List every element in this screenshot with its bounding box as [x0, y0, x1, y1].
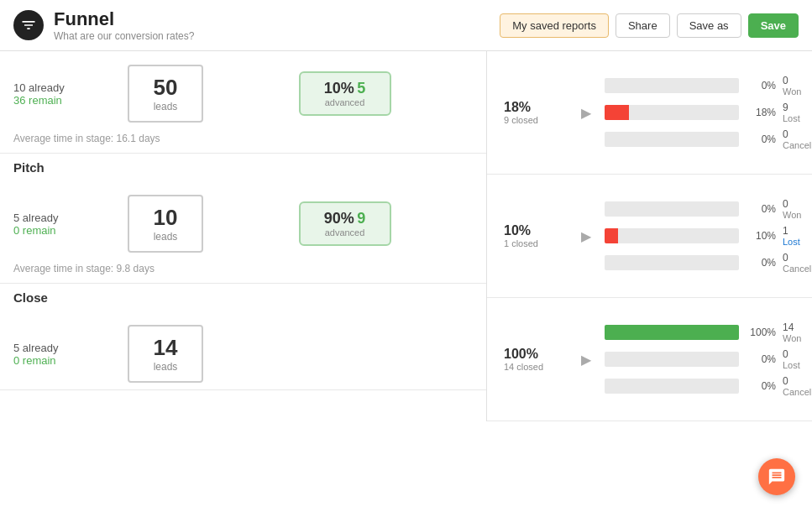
bar-track-0-cancelled — [605, 132, 739, 147]
stage-remain-0: 36 remain — [13, 94, 114, 107]
right-stage-inner-pitch: 10% 1 closed ▶ 0% 0Won — [504, 198, 795, 274]
right-stage-pitch: 10% 1 closed ▶ 0% 0Won — [487, 175, 812, 298]
stage-info-pitch: 5 already 0 remain — [13, 212, 114, 237]
stage-content-pitch: 5 already 0 remain 10 leads 90% 9 advanc… — [0, 181, 486, 259]
closed-sub-close: 14 closed — [504, 362, 571, 372]
arrow-block-0: 10% 5 advanced — [217, 71, 473, 116]
bar-pct-pitch-won: 0% — [746, 203, 776, 215]
closed-info-pitch: 10% 1 closed — [504, 223, 571, 248]
bar-track-0-won — [605, 78, 739, 93]
advance-badge-pitch: 90% 9 advanced — [299, 201, 391, 246]
advance-badge-0: 10% 5 advanced — [299, 71, 391, 116]
advance-label-0: advanced — [312, 97, 378, 107]
bar-count-close-lost: 0Lost — [783, 348, 812, 370]
bar-count-0-won: 0Won — [783, 75, 812, 97]
leads-box-0: 50 leads — [128, 65, 203, 123]
share-button[interactable]: Share — [616, 13, 670, 38]
stage-name-pitch: Pitch — [0, 154, 486, 181]
bar-pct-pitch-lost: 10% — [746, 230, 776, 242]
stage-block-close: Close 5 already 0 remain 14 leads — [0, 284, 486, 390]
bar-fill-0-lost — [605, 105, 629, 120]
bar-pct-pitch-cancelled: 0% — [746, 257, 776, 269]
leads-box-pitch: 10 leads — [128, 195, 203, 253]
leads-box-close: 14 leads — [128, 325, 203, 383]
leads-count-pitch: 10 — [146, 205, 185, 231]
bar-track-0-lost — [605, 105, 739, 120]
bar-track-close-cancelled — [605, 379, 739, 394]
save-as-button[interactable]: Save as — [677, 13, 741, 38]
main-content: 10 already 36 remain 50 leads 10% 5 adva… — [0, 51, 812, 421]
leads-count-0: 50 — [146, 75, 185, 101]
stage-content-0: 10 already 36 remain 50 leads 10% 5 adva… — [0, 51, 486, 129]
advance-pct-pitch: 90% 9 — [312, 210, 378, 227]
header-title-block: Funnel What are our conversion rates? — [54, 8, 194, 42]
bar-pct-0-won: 0% — [746, 80, 776, 91]
bar-row-close-won: 100% 14Won — [605, 321, 812, 343]
right-stage-0: 18% 9 closed ▶ 0% 0Won — [487, 51, 812, 175]
stage-info-close: 5 already 0 remain — [13, 342, 114, 367]
bar-count-pitch-cancelled: 0Cancelled — [783, 252, 812, 274]
bar-count-0-lost: 9Lost — [783, 102, 812, 123]
bar-count-0-cancelled: 0Cancelled — [783, 128, 812, 150]
bar-pct-0-cancelled: 0% — [746, 133, 776, 145]
bar-track-pitch-lost — [605, 228, 739, 243]
header-left: Funnel What are our conversion rates? — [13, 8, 194, 42]
closed-sub-0: 9 closed — [504, 115, 571, 125]
leads-count-close: 14 — [146, 335, 185, 361]
page-title: Funnel — [54, 8, 194, 30]
bar-track-close-won — [605, 325, 739, 340]
stage-name-close: Close — [0, 284, 486, 311]
arrow-right-0: ▶ — [581, 105, 591, 121]
stage-remain-close: 0 remain — [13, 354, 114, 367]
left-panel: 10 already 36 remain 50 leads 10% 5 adva… — [0, 51, 487, 421]
bars-col-pitch: 0% 0Won 10% 1Lost 0% — [605, 198, 812, 274]
right-stage-inner-close: 100% 14 closed ▶ 100% 14Won — [504, 321, 795, 397]
right-stage-close: 100% 14 closed ▶ 100% 14Won — [487, 298, 812, 421]
page-subtitle: What are our conversion rates? — [54, 30, 194, 42]
header: Funnel What are our conversion rates? My… — [0, 0, 812, 51]
funnel-logo — [13, 10, 44, 40]
bars-col-0: 0% 0Won 18% 9Lost — [605, 75, 812, 150]
bar-track-pitch-cancelled — [605, 255, 739, 270]
bar-row-0-cancelled: 0% 0Cancelled — [605, 128, 812, 150]
bar-fill-pitch-lost — [605, 228, 618, 243]
stage-block-pitch: Pitch 5 already 0 remain 10 leads 90% 9 — [0, 154, 486, 284]
bar-row-pitch-won: 0% 0Won — [605, 198, 812, 220]
bar-pct-close-cancelled: 0% — [746, 380, 776, 392]
closed-sub-pitch: 1 closed — [504, 238, 571, 248]
arrow-block-pitch: 90% 9 advanced — [217, 201, 473, 246]
advance-pct-0: 10% 5 — [312, 80, 378, 97]
bar-pct-close-won: 100% — [746, 327, 776, 338]
stage-avg-0: Average time in stage: 16.1 days — [0, 129, 486, 153]
stage-content-close: 5 already 0 remain 14 leads — [0, 311, 486, 389]
stage-info-0: 10 already 36 remain — [13, 81, 114, 107]
right-stage-inner-0: 18% 9 closed ▶ 0% 0Won — [504, 75, 795, 150]
bar-pct-close-lost: 0% — [746, 353, 776, 365]
leads-label-pitch: leads — [146, 231, 185, 243]
bar-row-close-lost: 0% 0Lost — [605, 348, 812, 370]
bar-count-pitch-won: 0Won — [783, 198, 812, 220]
bar-pct-0-lost: 18% — [746, 107, 776, 118]
bar-row-close-cancelled: 0% 0Cancelled — [605, 375, 812, 397]
stage-already-close: 5 already — [13, 342, 114, 354]
right-panel: 18% 9 closed ▶ 0% 0Won — [487, 51, 812, 421]
closed-info-0: 18% 9 closed — [504, 100, 571, 125]
bar-count-close-won: 14Won — [783, 321, 812, 343]
stage-remain-pitch: 0 remain — [13, 224, 114, 237]
stage-block-0: 10 already 36 remain 50 leads 10% 5 adva… — [0, 51, 486, 154]
bars-col-close: 100% 14Won 0% 0Lost 0% — [605, 321, 812, 397]
bar-track-pitch-won — [605, 201, 739, 217]
leads-label-close: leads — [146, 361, 185, 373]
bar-row-pitch-lost: 10% 1Lost — [605, 225, 812, 247]
stage-already-pitch: 5 already — [13, 212, 114, 224]
saved-reports-button[interactable]: My saved reports — [500, 13, 609, 38]
bar-count-pitch-lost: 1Lost — [783, 225, 812, 247]
leads-label-0: leads — [146, 101, 185, 112]
header-actions: My saved reports Share Save as Save — [500, 13, 799, 38]
closed-pct-0: 18% — [504, 100, 571, 115]
save-button[interactable]: Save — [748, 13, 799, 38]
bar-track-close-lost — [605, 352, 739, 367]
closed-pct-close: 100% — [504, 347, 571, 362]
closed-info-close: 100% 14 closed — [504, 347, 571, 372]
bar-row-pitch-cancelled: 0% 0Cancelled — [605, 252, 812, 274]
